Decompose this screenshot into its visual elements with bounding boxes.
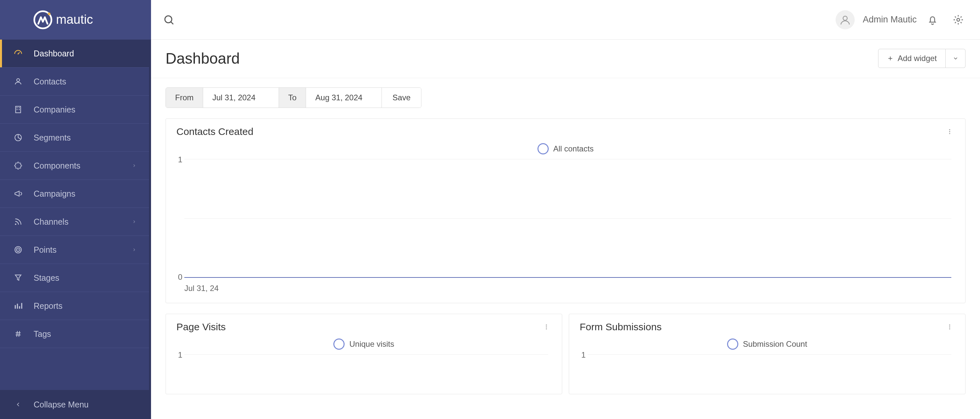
save-date-range-button[interactable]: Save [382,88,421,108]
widget-menu-button[interactable] [945,323,955,330]
gear-icon [953,14,964,25]
sidebar-item-companies[interactable]: Companies [0,96,149,124]
dots-vertical-icon [947,128,953,135]
widget-menu-button[interactable] [945,128,955,135]
chart-grid: 1 [588,354,951,384]
gridline [185,354,548,355]
date-range-filter: From To Save [165,88,422,108]
puzzle-icon [13,161,24,170]
user-menu[interactable]: Admin Mautic [835,10,917,29]
widget-header: Contacts Created [166,119,965,139]
sidebar: mautic Dashboard Contacts Companies Segm… [0,0,151,419]
chart-grid: 1 0 [185,159,951,278]
hash-icon [13,330,24,338]
collapse-menu-label: Collapse Menu [33,400,89,409]
sidebar-item-contacts[interactable]: Contacts [0,68,149,96]
widget-header: Page Visits [166,314,562,335]
user-icon [13,77,24,86]
legend-label: All contacts [553,144,594,153]
sidebar-item-stages[interactable]: Stages [0,264,149,292]
target-icon [13,245,24,254]
header-actions: Add widget [878,49,966,68]
legend-swatch-icon [727,338,738,350]
from-date-input[interactable] [203,88,279,108]
dots-vertical-icon [947,323,953,330]
sidebar-item-label: Components [33,161,80,170]
sidebar-nav: Dashboard Contacts Companies Segments Co… [0,40,151,390]
sidebar-item-channels[interactable]: Channels [0,208,149,236]
page-title: Dashboard [165,49,240,67]
page-header: Dashboard Add widget [151,40,980,78]
chevron-down-icon [953,56,959,61]
chevron-right-icon [132,220,137,224]
chart-x-axis [185,277,951,278]
add-widget-dropdown[interactable] [946,49,966,68]
add-widget-button[interactable]: Add widget [878,49,946,68]
y-tick-top: 1 [178,155,182,164]
chevron-right-icon [132,163,137,168]
legend-label: Submission Count [743,339,807,349]
add-widget-label: Add widget [897,54,937,63]
dots-vertical-icon [543,323,550,330]
sidebar-item-label: Contacts [33,77,66,86]
legend-swatch-icon [538,143,549,155]
main-area: Admin Mautic Dashboard Add widget [151,0,980,419]
widget-page-visits: Page Visits Unique visits 1 [165,314,562,394]
app-root: mautic Dashboard Contacts Companies Segm… [0,0,980,419]
sidebar-item-label: Stages [33,273,59,283]
y-tick-top: 1 [581,350,585,360]
gridline [588,354,951,355]
widget-header: Form Submissions [569,314,965,335]
sidebar-item-campaigns[interactable]: Campaigns [0,180,149,208]
chart-legend: Unique visits [166,338,562,350]
pie-icon [13,133,24,142]
legend-swatch-icon [333,338,345,350]
y-tick-bottom: 0 [178,272,182,282]
widget-row: Page Visits Unique visits 1 [165,314,966,394]
chevron-left-icon [13,401,24,408]
to-date-input[interactable] [306,88,382,108]
chevron-right-icon [132,247,137,252]
avatar [835,10,855,29]
from-label: From [166,88,203,108]
sidebar-item-label: Channels [33,217,68,227]
topbar: Admin Mautic [151,0,980,40]
chart-area: 1 [583,354,951,384]
username-label: Admin Mautic [862,14,917,25]
gauge-icon [13,49,24,58]
sidebar-item-segments[interactable]: Segments [0,124,149,152]
chart-area: 1 [180,354,548,384]
to-label: To [279,88,306,108]
plus-icon [887,55,894,62]
widget-menu-button[interactable] [541,323,551,330]
sidebar-item-tags[interactable]: Tags [0,320,149,348]
sidebar-item-label: Dashboard [33,49,74,58]
svg-text:mautic: mautic [56,13,93,26]
svg-point-31 [48,13,51,15]
widget-contacts-created: Contacts Created All contacts 1 0 [165,118,966,303]
chart-grid: 1 [185,354,548,384]
barline-icon [13,301,24,310]
settings-button[interactable] [948,10,968,30]
sidebar-item-label: Companies [33,105,75,115]
gridline [185,159,951,159]
chart-legend: All contacts [166,143,965,155]
sidebar-item-reports[interactable]: Reports [0,292,149,320]
megaphone-icon [13,190,24,198]
brand-logo[interactable]: mautic [0,0,151,40]
sidebar-item-points[interactable]: Points [0,236,149,264]
collapse-menu-button[interactable]: Collapse Menu [0,390,151,419]
building-icon [13,105,24,114]
search-button[interactable] [159,10,179,30]
notifications-button[interactable] [923,10,942,30]
sidebar-item-dashboard[interactable]: Dashboard [0,40,149,68]
sidebar-item-label: Reports [33,301,63,311]
x-tick-label: Jul 31, 24 [185,284,951,293]
widget-title: Form Submissions [580,321,662,333]
sidebar-item-components[interactable]: Components [0,152,149,180]
rss-icon [13,217,24,226]
gridline [185,218,951,219]
search-icon [163,14,175,26]
widget-title: Page Visits [177,321,226,333]
mautic-logo-icon: mautic [33,10,119,30]
